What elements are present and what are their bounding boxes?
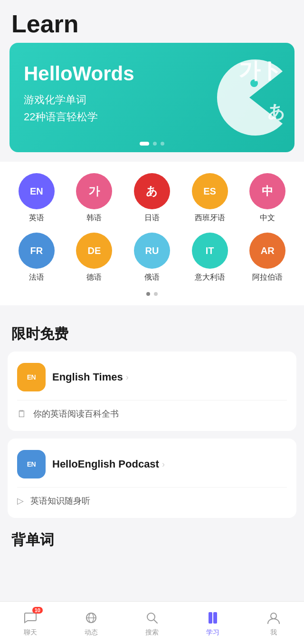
language-item-es[interactable]: ES 西班牙语	[186, 173, 234, 223]
podcast-title: HelloEnglish Podcast	[52, 458, 159, 470]
english-times-card[interactable]: EN English Times › 🗒 你的英语阅读百科全书	[8, 351, 296, 431]
language-icon-de: DE	[76, 233, 112, 269]
card-header-english-times: EN English Times ›	[17, 363, 287, 391]
search-icon	[143, 609, 161, 626]
lang-dot-2	[154, 292, 158, 296]
language-row-2: FR 法语 DE 德语 RU 俄语 IT 意大利语 AR 阿拉伯语	[8, 233, 296, 283]
language-item-en[interactable]: EN 英语	[13, 173, 60, 223]
free-section-title: 限时免费	[0, 313, 304, 351]
nav-item-search[interactable]: 搜索	[124, 609, 180, 637]
language-item-fr[interactable]: FR 法语	[13, 233, 60, 283]
learn-label: 学习	[206, 628, 219, 637]
nav-item-learn[interactable]: 学习	[184, 609, 241, 637]
english-times-icon: EN	[17, 363, 46, 391]
language-label-es: 西班牙语	[195, 213, 225, 223]
language-icon-ko: 가	[76, 173, 112, 209]
banner-card[interactable]: HelloWords 游戏化学单词 22种语言轻松学 가ト あ	[10, 43, 294, 152]
language-item-zh[interactable]: 中 中文	[244, 173, 291, 223]
chat-icon: 10	[22, 609, 39, 626]
language-icon-zh: 中	[249, 173, 285, 209]
language-icon-ar: AR	[249, 233, 285, 269]
language-icon-en: EN	[19, 173, 55, 209]
language-label-en: 英语	[29, 213, 44, 223]
svg-line-5	[154, 620, 157, 623]
explore-icon	[83, 609, 100, 626]
language-grid: EN 英语 가 韩语 あ 日语 ES 西班牙语 中 中文 FR 法语 DE 德语	[0, 162, 304, 305]
language-icon-es: ES	[192, 173, 228, 209]
chat-label: 聊天	[24, 628, 37, 637]
language-label-it: 意大利语	[195, 273, 225, 283]
podcast-title-row: HelloEnglish Podcast ›	[52, 458, 165, 470]
vocab-section-title: 背单词	[0, 526, 304, 557]
bottom-navigation: 10 聊天 动态 搜索 学习	[0, 601, 304, 644]
language-icon-it: IT	[192, 233, 228, 269]
english-times-title-row: English Times ›	[52, 371, 129, 383]
podcast-card[interactable]: EN HelloEnglish Podcast › ▷ 英语知识随身听	[8, 439, 296, 518]
language-label-de: 德语	[86, 273, 102, 283]
language-label-fr: 法语	[29, 273, 44, 283]
language-label-zh: 中文	[260, 213, 275, 223]
banner-title: HelloWords	[24, 62, 280, 86]
language-label-ru: 俄语	[144, 273, 160, 283]
banner-content: HelloWords 游戏化学单词 22种语言轻松学	[10, 43, 294, 144]
language-icon-fr: FR	[19, 233, 55, 269]
english-times-desc: 你的英语阅读百科全书	[33, 408, 119, 420]
language-label-ar: 阿拉伯语	[252, 273, 283, 283]
nav-item-explore[interactable]: 动态	[63, 609, 120, 637]
language-row-1: EN 英语 가 韩语 あ 日语 ES 西班牙语 中 中文	[8, 173, 296, 223]
language-label-ko: 韩语	[86, 213, 102, 223]
language-item-ja[interactable]: あ 日语	[128, 173, 176, 223]
nav-item-profile[interactable]: 我	[245, 609, 302, 637]
language-pagination	[8, 292, 296, 301]
language-item-ar[interactable]: AR 阿拉伯语	[244, 233, 291, 283]
svg-point-8	[271, 613, 276, 619]
language-item-de[interactable]: DE 德语	[70, 233, 118, 283]
language-label-ja: 日语	[144, 213, 160, 223]
podcast-desc-row: ▷ 英语知识随身听	[17, 487, 287, 507]
chat-badge: 10	[32, 607, 43, 614]
explore-label: 动态	[85, 628, 98, 637]
banner-subtitle: 游戏化学单词 22种语言轻松学	[24, 91, 280, 125]
svg-rect-6	[209, 612, 212, 624]
podcast-desc: 英语知识随身听	[30, 495, 90, 507]
podcast-icon: EN	[17, 450, 46, 478]
profile-icon	[265, 609, 282, 626]
language-icon-ja: あ	[134, 173, 170, 209]
bottom-spacer	[0, 557, 304, 605]
lang-dot-1	[146, 292, 150, 296]
play-icon: ▷	[17, 496, 24, 506]
language-item-ru[interactable]: RU 俄语	[128, 233, 176, 283]
podcast-arrow-icon: ›	[162, 459, 165, 469]
language-item-it[interactable]: IT 意大利语	[186, 233, 234, 283]
page-header: Learn	[0, 0, 304, 43]
page-title: Learn	[11, 10, 293, 38]
learn-icon	[204, 609, 221, 626]
language-icon-ru: RU	[134, 233, 170, 269]
profile-label: 我	[270, 628, 277, 637]
search-label: 搜索	[145, 628, 159, 637]
english-times-title: English Times	[52, 371, 123, 383]
english-times-desc-row: 🗒 你的英语阅读百科全书	[17, 400, 287, 420]
card-header-podcast: EN HelloEnglish Podcast ›	[17, 450, 287, 478]
document-icon: 🗒	[17, 409, 27, 420]
english-times-arrow-icon: ›	[126, 372, 129, 382]
language-item-ko[interactable]: 가 韩语	[70, 173, 118, 223]
svg-rect-7	[213, 612, 217, 624]
nav-item-chat[interactable]: 10 聊天	[2, 609, 59, 637]
